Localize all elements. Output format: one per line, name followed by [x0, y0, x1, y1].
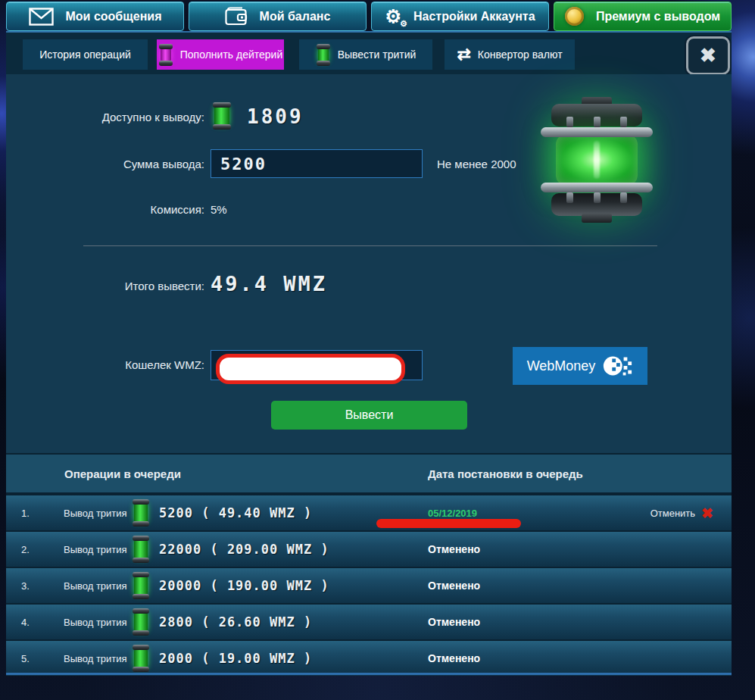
webmoney-label: WebMoney [527, 358, 596, 374]
tab-messages[interactable]: Мои сообщения [6, 2, 184, 31]
exchange-arrows-icon: ⇄ [457, 46, 470, 63]
tritium-icon [132, 645, 150, 672]
operation-amount: 20000 ( 190.00 WMZ ) [159, 578, 329, 593]
red-redaction-annotation [216, 354, 405, 384]
tab-label: Мой баланс [260, 10, 331, 23]
tab-balance[interactable]: Мой баланс [189, 2, 367, 31]
withdraw-button[interactable]: Вывести [271, 401, 467, 430]
withdraw-form: Доступно к выводу: 1809 Сумма вывода: Не… [6, 74, 732, 453]
webmoney-logo-icon [601, 352, 633, 380]
operation-label: Вывод трития [64, 580, 127, 592]
deuterium-capsule-icon [158, 44, 173, 66]
cancel-operation-button[interactable]: Отменить✖ [650, 506, 713, 520]
tritium-icon [212, 102, 232, 130]
minimum-hint: Не менее 2000 [437, 158, 516, 170]
tab-label: Мои сообщения [66, 10, 162, 23]
queue-rows: 1.Вывод трития5200 ( 49.40 WMZ )05/12/20… [6, 495, 732, 677]
withdraw-amount-input[interactable] [211, 149, 423, 178]
tab-label: Конвертор валют [478, 48, 563, 61]
tab-operations-history[interactable]: История операций [23, 39, 148, 70]
row-number: 2. [21, 544, 30, 555]
table-row: 1.Вывод трития5200 ( 49.40 WMZ )05/12/20… [6, 495, 732, 530]
commission-label: Комиссия: [6, 203, 204, 216]
row-number: 4. [21, 617, 30, 628]
commission-value: 5% [211, 203, 227, 216]
secondary-nav-bar: История операций Пополнить дейтерий Выве… [6, 31, 732, 74]
tab-label: История операций [39, 48, 131, 61]
medal-icon [565, 7, 584, 26]
tritium-icon [132, 536, 150, 563]
row-number: 1. [21, 508, 30, 519]
tab-premium-withdraw[interactable]: Премиум с выводом [554, 2, 732, 31]
cancel-label: Отменить [650, 508, 695, 519]
wallet-icon [225, 7, 248, 26]
queue-header: Операции в очереди Дата постановки в оче… [6, 455, 732, 492]
tab-label: Настройки Аккаунта [413, 10, 535, 23]
column-operations: Операции в очереди [64, 467, 181, 480]
app-screen: Мои сообщения Мой баланс ⚙⚙ Настройки Ак… [0, 0, 755, 700]
column-date: Дата постановки в очередь [428, 467, 583, 480]
table-row: 4.Вывод трития2800 ( 26.60 WMZ )Отменено [6, 605, 732, 639]
tab-label: Премиум с выводом [596, 10, 720, 23]
table-row: 5.Вывод трития2000 ( 19.00 WMZ )Отменено [6, 641, 732, 676]
total-label: Итого вывести: [6, 280, 204, 292]
queue-status: Отменено [428, 543, 480, 555]
queue-status: Отменено [428, 580, 480, 592]
operations-queue: Операции в очереди Дата постановки в оче… [6, 453, 732, 675]
row-number: 5. [21, 653, 30, 664]
red-x-icon: ✖ [701, 506, 713, 520]
divider [83, 245, 657, 246]
amount-label: Сумма вывода: [6, 158, 204, 170]
top-tab-bar: Мои сообщения Мой баланс ⚙⚙ Настройки Ак… [6, 2, 732, 31]
available-label: Доступно к выводу: [6, 111, 204, 123]
tab-account-settings[interactable]: ⚙⚙ Настройки Аккаунта [371, 2, 549, 31]
queue-status: Отменено [428, 652, 480, 664]
wallet-label: Кошелек WMZ: [6, 358, 204, 371]
tab-withdraw-tritium[interactable]: Вывести тритий [299, 39, 432, 70]
available-amount: 1809 [247, 105, 304, 128]
table-row: 2.Вывод трития22000 ( 209.00 WMZ )Отмене… [6, 532, 732, 567]
operation-label: Вывод трития [64, 544, 127, 555]
operation-label: Вывод трития [64, 653, 127, 664]
queue-status: Отменено [428, 616, 480, 628]
tab-topup-deuterium[interactable]: Пополнить дейтерий [157, 39, 284, 70]
close-icon: ✖ [700, 44, 716, 67]
tab-currency-converter[interactable]: ⇄ Конвертор валют [445, 39, 575, 70]
operation-label: Вывод трития [64, 617, 127, 628]
row-number: 3. [21, 580, 30, 592]
red-underline-annotation [376, 519, 521, 528]
tritium-capsule-image [530, 97, 663, 223]
gear-icon: ⚙⚙ [385, 8, 401, 26]
tritium-icon [132, 608, 150, 636]
tritium-capsule-icon [316, 44, 331, 66]
tritium-icon [132, 499, 150, 527]
queue-status: 05/12/2019 [428, 508, 477, 519]
tab-label: Вывести тритий [338, 48, 416, 61]
operation-label: Вывод трития [64, 508, 127, 519]
tab-label: Пополнить дейтерий [180, 48, 282, 61]
tritium-icon [132, 572, 150, 599]
operation-amount: 22000 ( 209.00 WMZ ) [159, 542, 329, 557]
envelope-icon [29, 8, 54, 26]
total-value: 49.4 WMZ [211, 272, 327, 295]
operation-amount: 2800 ( 26.60 WMZ ) [159, 614, 312, 630]
table-row: 3.Вывод трития20000 ( 190.00 WMZ )Отмене… [6, 568, 732, 603]
webmoney-button[interactable]: WebMoney [513, 347, 647, 385]
operation-amount: 2000 ( 19.00 WMZ ) [159, 651, 312, 666]
premium-window: Мои сообщения Мой баланс ⚙⚙ Настройки Ак… [6, 0, 732, 700]
close-button[interactable]: ✖ [686, 36, 730, 75]
bottom-divider [6, 673, 732, 675]
operation-amount: 5200 ( 49.40 WMZ ) [159, 505, 312, 520]
